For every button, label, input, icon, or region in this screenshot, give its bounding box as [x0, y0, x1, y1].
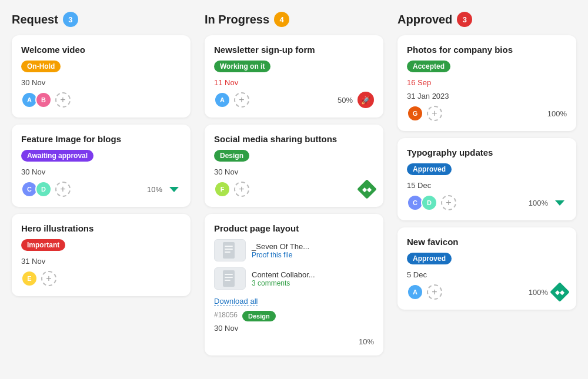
card-feature-image: Feature Image for blogsAwaiting approval…: [12, 125, 191, 207]
svg-rect-8: [225, 280, 230, 281]
ticket-id: #18056: [214, 311, 238, 319]
card-tag: Accepted: [407, 61, 450, 72]
svg-rect-1: [223, 242, 235, 259]
file-info: Content Collabor... 3 comments: [252, 270, 374, 287]
avatar: F: [214, 181, 230, 197]
add-assignee-button[interactable]: +: [427, 284, 442, 300]
card-footer: F+◆◆: [214, 181, 374, 197]
progress-percent: 10%: [359, 337, 374, 346]
card-footer-right: 100%◆◆: [529, 285, 567, 299]
card-footer: A+50%🚀: [214, 92, 374, 108]
svg-rect-7: [225, 277, 233, 278]
column-title: Request: [12, 13, 58, 26]
progress-percent: 50%: [338, 96, 353, 105]
card-social-media: Social media sharing buttonsDesign30 Nov…: [205, 125, 383, 207]
card-footer-right: 100%: [547, 109, 567, 118]
card-product-page: Product page layout _Seven Of The... Pro…: [205, 214, 383, 355]
card-footer-right: 100%: [529, 196, 567, 210]
card-footer: E+: [21, 270, 181, 287]
avatar-group: A+: [407, 284, 442, 300]
diamond-green-icon[interactable]: ◆◆: [357, 179, 377, 199]
avatar-group: AB+: [21, 92, 71, 108]
avatar-group: CD+: [407, 194, 456, 211]
card-tag: Approved: [407, 253, 452, 264]
file-row: _Seven Of The... Proof this file: [214, 239, 374, 261]
svg-rect-3: [225, 249, 233, 250]
column-header-approved: Approved 3: [397, 12, 576, 27]
card-tag: Design: [214, 150, 249, 162]
progress-percent: 100%: [547, 109, 567, 118]
card-tag: Working on it: [214, 61, 270, 72]
file-thumbnail: [214, 267, 246, 290]
column-request: Request 3 Welcome videoOn-Hold30 NovAB+F…: [12, 12, 191, 363]
ticket-row: #18056 Design: [214, 311, 374, 321]
card-tag: Important: [21, 239, 65, 251]
card-footer-right: ◆◆: [360, 182, 374, 196]
file-row: Content Collabor... 3 comments: [214, 267, 374, 290]
kanban-board: Request 3 Welcome videoOn-Hold30 NovAB+F…: [12, 12, 576, 363]
card-date: 31 Nov: [21, 257, 181, 266]
card-date: 30 Nov: [21, 167, 181, 176]
avatar: D: [35, 181, 52, 197]
card-typography: Typography updatesApproved15 DecCD+100%: [397, 138, 576, 220]
column-title: Approved: [397, 13, 452, 26]
avatar: G: [407, 105, 423, 122]
card-footer: 10%: [214, 337, 374, 346]
card-title: New favicon: [407, 237, 567, 247]
column-title: In Progress: [205, 13, 269, 26]
card-hero-illustrations: Hero illustrationsImportant31 NovE+: [12, 214, 191, 296]
card-title: Photos for company bios: [407, 45, 567, 55]
file-action-link[interactable]: Proof this file: [252, 251, 374, 259]
column-badge: 3: [457, 12, 472, 27]
avatar: D: [421, 194, 437, 211]
svg-rect-6: [225, 274, 233, 275]
avatar: A: [214, 92, 230, 108]
progress-percent: 10%: [147, 185, 162, 194]
file-name: _Seven Of The...: [252, 242, 374, 251]
card-photos-bios: Photos for company biosAccepted16 Sep31 …: [397, 35, 576, 131]
card-date: 15 Dec: [407, 181, 567, 190]
card-tag: On-Hold: [21, 61, 61, 72]
add-assignee-button[interactable]: +: [41, 271, 56, 286]
svg-marker-9: [555, 200, 564, 206]
avatar-group: A+: [214, 92, 249, 108]
card-newsletter-form: Newsletter sign-up formWorking on it11 N…: [205, 35, 383, 118]
avatar: A: [407, 284, 423, 300]
card-tag: Approved: [407, 163, 452, 175]
card-title: Feature Image for blogs: [21, 134, 181, 144]
file-action-link[interactable]: 3 comments: [252, 279, 374, 287]
add-assignee-button[interactable]: +: [234, 92, 249, 108]
card-footer-right: 10%: [359, 337, 374, 346]
column-in-progress: In Progress 4 Newsletter sign-up formWor…: [205, 12, 383, 363]
ticket-tag: Design: [242, 311, 276, 321]
avatar-group: F+: [214, 181, 249, 197]
download-all-link[interactable]: Download all: [214, 297, 258, 306]
avatar-group: G+: [407, 105, 442, 122]
progress-percent: 100%: [529, 199, 548, 207]
rocket-icon[interactable]: 🚀: [358, 92, 374, 108]
add-assignee-button[interactable]: +: [55, 92, 71, 108]
chevron-down-icon[interactable]: [553, 196, 567, 210]
add-assignee-button[interactable]: +: [427, 106, 442, 121]
column-badge: 3: [63, 12, 78, 27]
add-assignee-button[interactable]: +: [441, 195, 456, 210]
avatar-group: CD+: [21, 181, 71, 197]
card-title: Hero illustrations: [21, 223, 181, 233]
card-date: 5 Dec: [407, 270, 567, 279]
card-footer: CD+10%: [21, 181, 181, 197]
add-assignee-button[interactable]: +: [55, 182, 71, 197]
card-footer: A+100%◆◆: [407, 284, 567, 300]
add-assignee-button[interactable]: +: [234, 182, 249, 197]
card-footer-right: 50%🚀: [338, 92, 374, 108]
diamond-teal-icon[interactable]: ◆◆: [550, 282, 570, 302]
avatar: E: [21, 270, 38, 287]
file-info: _Seven Of The... Proof this file: [252, 242, 374, 259]
column-header-request: Request 3: [12, 12, 191, 27]
column-header-in-progress: In Progress 4: [205, 12, 383, 27]
card-date: 11 Nov: [214, 78, 374, 87]
card-title: Newsletter sign-up form: [214, 45, 374, 55]
card-date-secondary: 31 Jan 2023: [407, 92, 567, 100]
file-name: Content Collabor...: [252, 270, 374, 279]
chevron-down-icon[interactable]: [167, 182, 181, 196]
avatar: B: [35, 92, 52, 108]
